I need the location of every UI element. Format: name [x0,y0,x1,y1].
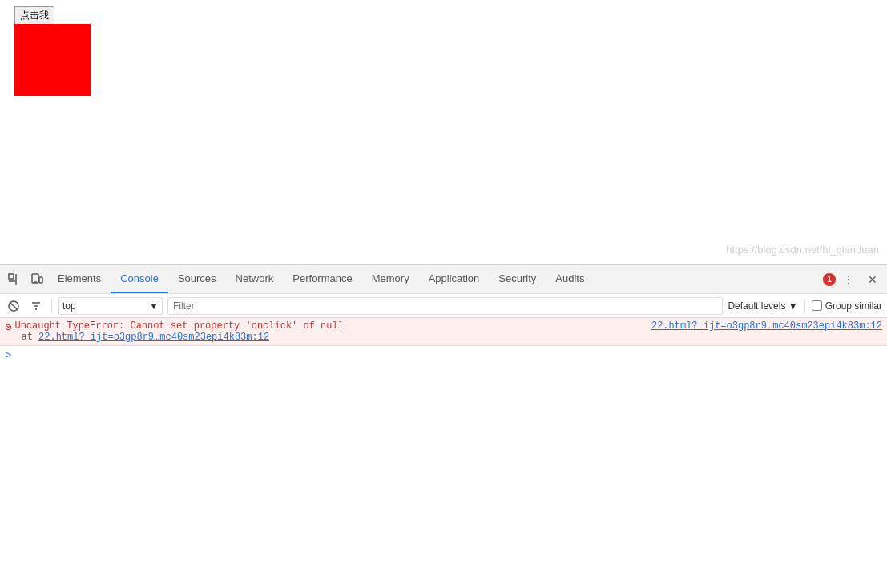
filter-toggle-button[interactable] [27,297,45,315]
group-similar-toggle[interactable]: Group similar [812,300,882,312]
watermark-text: https://blog.csdn.net/hl_qianduan [726,244,879,256]
browser-content: 点击我 https://blog.csdn.net/hl_qianduan [0,0,887,264]
console-toolbar: top ▼ Default levels ▼ Group similar [0,294,887,318]
tab-memory[interactable]: Memory [362,265,419,293]
prompt-chevron-icon: > [5,349,11,362]
clear-console-button[interactable] [5,297,22,315]
error-stack-link[interactable]: 22.html? ijt=o3gp8r9…mc40sm23epi4k83m:12 [38,332,269,343]
red-box [14,24,91,96]
error-location-link[interactable]: 22.html? ijt=o3gp8r9…mc40sm23epi4k83m:12 [651,320,882,332]
console-error-row: ⊗ Uncaught TypeError: Cannot set propert… [0,318,887,346]
device-toolbar-button[interactable] [26,268,48,291]
devtools-right-icons: 1 ⋮ ✕ [823,268,884,291]
tab-console[interactable]: Console [111,265,168,293]
tab-network[interactable]: Network [226,265,284,293]
default-levels-label: Default levels ▼ [728,300,797,312]
group-similar-label: Group similar [825,300,882,312]
devtools-panel: Elements Console Sources Network Perform… [0,264,887,588]
context-value: top [62,300,76,312]
inspect-element-button[interactable] [3,268,26,291]
console-prompt-input[interactable] [14,350,882,361]
tab-audits[interactable]: Audits [546,265,594,293]
tab-performance[interactable]: Performance [283,265,361,293]
tab-elements[interactable]: Elements [48,265,111,293]
tab-application[interactable]: Application [419,265,490,293]
tab-sources[interactable]: Sources [168,265,226,293]
svg-rect-0 [9,274,14,279]
console-output: ⊗ Uncaught TypeError: Cannot set propert… [0,318,887,588]
error-badge[interactable]: 1 [823,273,836,286]
tab-security[interactable]: Security [489,265,546,293]
console-prompt-row: > [0,346,887,365]
error-text-block: Uncaught TypeError: Cannot set property … [14,320,648,343]
svg-line-7 [10,302,18,310]
divider-2 [804,299,805,313]
context-dropdown-icon: ▼ [149,300,159,312]
devtools-toolbar: Elements Console Sources Network Perform… [0,265,887,294]
error-circle-icon: ⊗ [5,320,11,336]
error-main-text: Uncaught TypeError: Cannot set property … [14,320,648,332]
divider-1 [51,299,52,313]
devtools-tabs: Elements Console Sources Network Perform… [48,265,823,293]
default-levels-dropdown[interactable]: Default levels ▼ [728,300,797,312]
devtools-close-button[interactable]: ✕ [861,268,884,291]
group-similar-checkbox[interactable] [812,300,822,311]
devtools-more-button[interactable]: ⋮ [837,268,860,291]
svg-rect-4 [39,277,42,283]
error-count: 1 [823,273,836,286]
context-selector[interactable]: top ▼ [58,297,163,315]
console-filter-input[interactable] [167,297,723,315]
error-at-line: at 22.html? ijt=o3gp8r9…mc40sm23epi4k83m… [14,332,648,343]
click-me-button[interactable]: 点击我 [14,6,54,25]
